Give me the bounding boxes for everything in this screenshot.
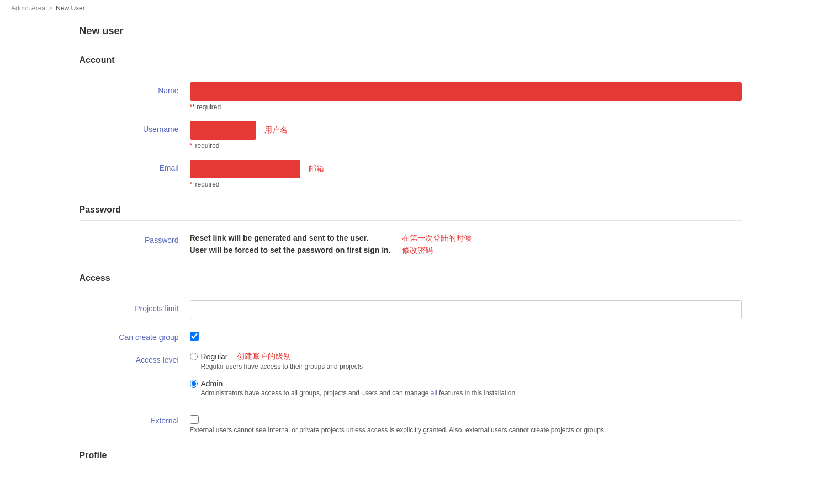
profile-section-title: Profile: [80, 450, 742, 466]
password-control-wrap: Reset link will be generated and sent to…: [190, 232, 742, 257]
regular-radio-label: Regular 创建账户的级别: [190, 352, 742, 362]
external-desc: External users cannot see internal or pr…: [190, 426, 742, 434]
can-create-group-form-group: Can create group: [80, 329, 742, 342]
admin-desc: Administrators have access to all groups…: [201, 389, 742, 397]
password-annotation: 在第一次登陆的时候 修改密码: [402, 232, 472, 257]
page-title: New user: [80, 17, 742, 44]
account-section-title: Account: [80, 55, 742, 71]
email-annotation: 邮箱: [309, 164, 324, 173]
email-label: Email: [80, 160, 190, 172]
admin-radio[interactable]: [190, 380, 198, 388]
email-control-wrap: 邮箱 * required: [190, 160, 742, 188]
admin-radio-label: Admin: [190, 379, 742, 388]
name-input[interactable]: [190, 82, 742, 101]
email-input[interactable]: [190, 160, 300, 178]
email-form-group: Email 邮箱 * required: [80, 160, 742, 188]
can-create-group-wrap: [190, 329, 742, 341]
username-required: * required: [190, 142, 742, 150]
admin-desc-link[interactable]: all: [431, 389, 437, 397]
external-checkbox[interactable]: [190, 415, 199, 424]
can-create-group-checkbox-wrap: [190, 329, 742, 341]
password-section: Password Password Reset link will be gen…: [80, 205, 742, 257]
account-section: Account Name 账号 ** required Username 用户名: [80, 55, 742, 188]
password-annotation-line2: 修改密码: [402, 244, 472, 256]
access-section-title: Access: [80, 273, 742, 289]
name-form-group: Name 账号 ** required: [80, 82, 742, 111]
name-control-wrap: 账号 ** required: [190, 82, 742, 111]
username-label: Username: [80, 121, 190, 134]
admin-option: Admin Administrators have access to all …: [190, 379, 742, 397]
regular-radio[interactable]: [190, 353, 198, 360]
admin-label-text: Admin: [201, 379, 223, 388]
password-annotation-line1: 在第一次登陆的时候: [402, 232, 472, 244]
name-required: ** required: [190, 103, 742, 111]
main-content: New user Account Name 账号 ** required Use…: [68, 17, 753, 504]
projects-limit-form-group: Projects limit 100000: [80, 300, 742, 319]
can-create-group-checkbox[interactable]: [190, 332, 199, 341]
projects-limit-label: Projects limit: [80, 300, 190, 313]
username-input[interactable]: [190, 121, 256, 140]
external-wrap: External users cannot see internal or pr…: [190, 412, 742, 434]
regular-annotation: 创建账户的级别: [237, 352, 291, 362]
password-section-title: Password: [80, 205, 742, 221]
password-info-group: Reset link will be generated and sent to…: [190, 232, 742, 257]
access-level-form-group: Access level Regular 创建账户的级别 Regular use…: [80, 352, 742, 402]
regular-desc: Regular users have access to their group…: [201, 363, 742, 370]
breadcrumb-separator: >: [49, 4, 52, 12]
password-label: Password: [80, 232, 190, 245]
can-create-group-label: Can create group: [80, 329, 190, 342]
password-info-text: Reset link will be generated and sent to…: [190, 232, 391, 257]
access-level-label: Access level: [80, 352, 190, 364]
access-section: Access Projects limit 100000 Can create …: [80, 273, 742, 434]
breadcrumb-current: New User: [56, 4, 85, 12]
password-line2: User will be forced to set the password …: [190, 244, 391, 256]
password-line1: Reset link will be generated and sent to…: [190, 232, 391, 244]
projects-limit-input[interactable]: 100000: [190, 300, 742, 319]
breadcrumb: Admin Area > New User: [0, 0, 821, 17]
access-level-radio-group: Regular 创建账户的级别 Regular users have acces…: [190, 352, 742, 402]
breadcrumb-admin-link[interactable]: Admin Area: [11, 4, 45, 12]
username-form-group: Username 用户名 * required: [80, 121, 742, 150]
name-label: Name: [80, 82, 190, 95]
username-annotation: 用户名: [264, 125, 288, 134]
regular-option: Regular 创建账户的级别 Regular users have acces…: [190, 352, 742, 370]
projects-limit-wrap: 100000: [190, 300, 742, 319]
regular-label-text: Regular: [201, 352, 228, 361]
password-form-group: Password Reset link will be generated an…: [80, 232, 742, 257]
external-form-group: External External users cannot see inter…: [80, 412, 742, 434]
access-level-wrap: Regular 创建账户的级别 Regular users have acces…: [190, 352, 742, 402]
external-label: External: [80, 412, 190, 425]
profile-section: Profile: [80, 450, 742, 466]
username-control-wrap: 用户名 * required: [190, 121, 742, 150]
email-required: * required: [190, 181, 742, 188]
external-checkbox-wrap: [190, 412, 742, 424]
